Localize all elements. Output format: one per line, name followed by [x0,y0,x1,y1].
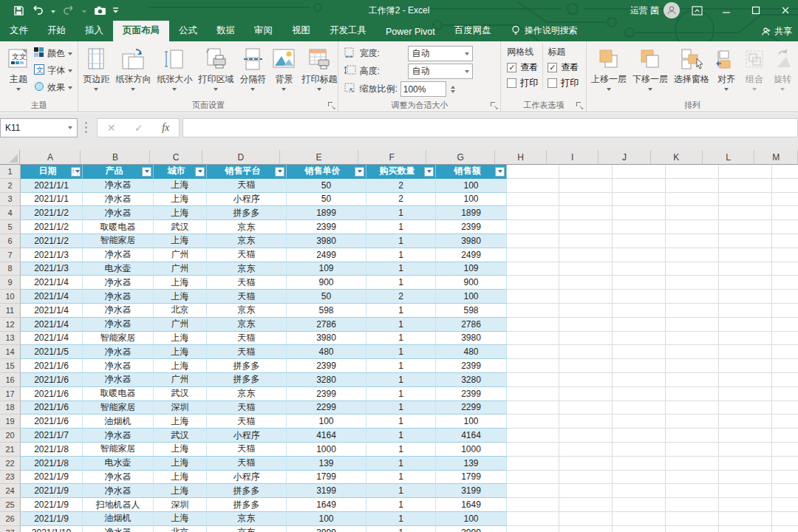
empty-cell[interactable] [772,193,798,207]
formula-input[interactable] [183,118,798,137]
empty-cell[interactable] [772,276,798,290]
empty-cell[interactable] [559,276,613,290]
empty-cell[interactable] [613,193,666,207]
empty-cell[interactable] [772,359,798,373]
cell[interactable]: 净水器 [83,429,154,443]
empty-cell[interactable] [507,484,559,498]
headings-view-checkbox[interactable]: ✓查看 [548,61,579,74]
empty-cell[interactable] [719,484,772,498]
cancel-entry-icon[interactable]: ✕ [107,122,116,134]
cell[interactable]: 1 [366,526,436,532]
cell[interactable]: 净水器 [83,373,154,387]
cell[interactable]: 油烟机 [83,415,154,429]
empty-cell[interactable] [719,415,772,429]
cell[interactable]: 天猫 [207,401,287,415]
empty-cell[interactable] [559,304,613,318]
cell[interactable]: 1 [366,512,436,526]
empty-cell[interactable] [507,401,559,415]
cell[interactable]: 净水器 [83,318,154,332]
tab-审阅[interactable]: 审阅 [245,21,282,41]
empty-cell[interactable] [559,429,613,443]
cell[interactable]: 1799 [436,471,507,485]
cell[interactable]: 智能家居 [83,332,154,346]
cell[interactable]: 净水器 [83,206,154,220]
cell[interactable]: 取暖电器 [83,387,154,401]
table-header-cell[interactable]: 销售单价 [287,165,366,179]
cell[interactable]: 2786 [287,318,366,332]
cell[interactable]: 上海 [154,415,207,429]
cell[interactable]: 1649 [287,498,366,512]
cell[interactable]: 2021/1/5 [21,345,83,359]
column-header-K[interactable]: K [651,150,703,165]
row-header-10[interactable]: 10 [0,290,21,304]
empty-cell[interactable] [507,512,559,526]
cell[interactable]: 天猫 [207,443,287,457]
empty-cell[interactable] [559,179,613,193]
empty-cell[interactable] [772,373,798,387]
cell[interactable]: 1 [366,318,436,332]
empty-cell[interactable] [559,193,613,207]
cell[interactable]: 天猫 [207,415,287,429]
column-header-M[interactable]: M [754,150,798,165]
cell[interactable]: 天猫 [207,457,287,471]
empty-cell[interactable] [772,526,798,532]
camera-screenshot-icon[interactable] [92,2,108,18]
empty-cell[interactable] [772,304,798,318]
cell[interactable]: 上海 [154,234,207,248]
empty-cell[interactable] [559,318,613,332]
row-header-16[interactable]: 16 [0,373,21,387]
empty-cell[interactable] [666,318,719,332]
empty-cell[interactable] [559,443,613,457]
empty-cell[interactable] [666,484,719,498]
tab-百度网盘[interactable]: 百度网盘 [445,21,501,41]
cell[interactable]: 净水器 [83,484,154,498]
empty-cell[interactable] [613,429,666,443]
empty-cell[interactable] [613,387,666,401]
cell[interactable]: 1 [366,345,436,359]
empty-cell[interactable] [719,443,772,457]
cell[interactable]: 广州 [154,373,207,387]
cell[interactable]: 1899 [436,206,507,220]
empty-cell[interactable] [559,484,613,498]
row-header-12[interactable]: 12 [0,318,21,332]
empty-cell[interactable] [507,526,559,532]
empty-cell[interactable] [613,359,666,373]
cell[interactable]: 深圳 [154,401,207,415]
empty-cell[interactable] [559,220,613,234]
empty-cell[interactable] [613,484,666,498]
column-header-J[interactable]: J [598,150,650,165]
cell[interactable]: 2021/1/4 [21,318,83,332]
empty-cell[interactable] [719,498,772,512]
cell[interactable]: 1 [366,248,436,262]
customize-qat-icon[interactable] [111,2,120,18]
empty-cell[interactable] [772,484,798,498]
cell[interactable]: 武汉 [154,387,207,401]
cell[interactable]: 净水器 [83,193,154,207]
table-header-cell[interactable]: 日期↑ [21,165,83,179]
empty-cell[interactable] [719,526,772,532]
empty-cell[interactable] [613,415,666,429]
empty-cell[interactable] [666,193,719,207]
empty-cell[interactable] [613,304,666,318]
cell[interactable]: 上海 [154,332,207,346]
empty-cell[interactable] [507,234,559,248]
cell[interactable]: 天猫 [207,248,287,262]
cell[interactable]: 2786 [436,318,507,332]
table-header-cell[interactable]: 城市 [154,165,207,179]
cell[interactable]: 上海 [154,179,207,193]
cell[interactable]: 2021/1/4 [21,304,83,318]
cell[interactable]: 小程序 [207,193,287,207]
cell[interactable]: 1 [366,220,436,234]
cell[interactable]: 2021/1/4 [21,290,83,304]
empty-cell[interactable] [719,220,772,234]
empty-cell[interactable] [507,429,559,443]
empty-cell[interactable] [613,276,666,290]
empty-cell[interactable] [507,179,559,193]
empty-cell[interactable] [507,276,559,290]
user-avatar[interactable] [664,2,680,18]
empty-cell[interactable] [613,471,666,485]
empty-cell[interactable] [559,471,613,485]
empty-cell[interactable] [719,165,772,179]
cell[interactable]: 100 [287,512,366,526]
cell[interactable]: 1 [366,443,436,457]
